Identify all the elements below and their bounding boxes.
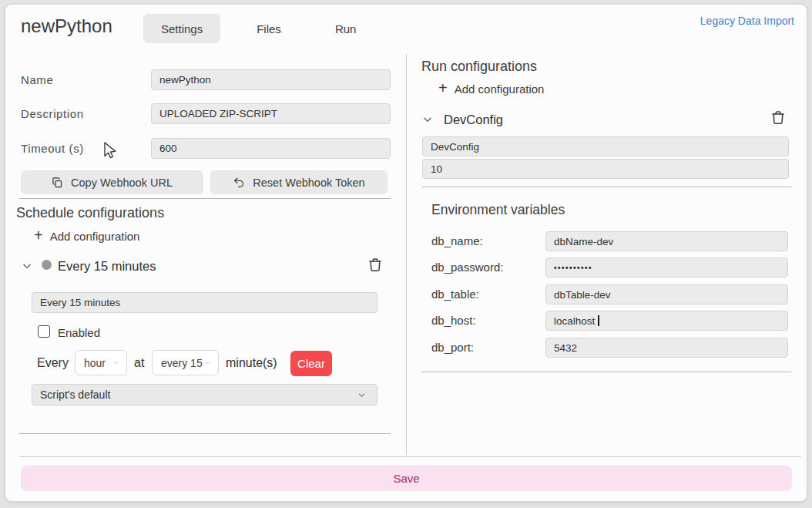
plus-icon: + [438,80,448,96]
reset-webhook-token-label: Reset Webhook Token [253,177,364,189]
tab-files[interactable]: Files [239,14,299,43]
run-config-timeout-input[interactable] [422,159,789,179]
description-label: Description [21,103,84,124]
environment-variables-heading: Environment variables [431,202,565,218]
copy-webhook-url-label: Copy Webhook URL [71,177,173,189]
at-label: at [134,350,144,375]
enabled-checkbox[interactable] [38,325,50,338]
env-value-db-host-input[interactable] [545,311,788,331]
env-value-db-password-input[interactable] [545,257,788,278]
env-value-db-port-input[interactable] [545,338,788,358]
save-button[interactable]: Save [21,466,792,491]
run-config-divider [421,187,791,187]
plus-icon: + [34,227,43,243]
footer-divider [19,456,801,457]
run-configurations-heading: Run configurations [421,59,537,75]
add-run-configuration-label: Add configuration [455,82,545,96]
app-window: { "header": { "title": "newPython", "tab… [0,0,812,508]
copy-webhook-url-button[interactable]: Copy Webhook URL [21,170,203,194]
enabled-label: Enabled [58,326,100,339]
run-config-item-title: DevConfig [444,110,503,129]
schedule-status-dot [42,260,52,270]
chevron-down-icon[interactable] [21,261,33,271]
schedule-name-input[interactable] [32,292,377,313]
schedule-configurations-heading: Schedule configurations [16,205,164,221]
minute-select[interactable]: every 15 [152,350,219,375]
panel-divider [406,54,407,455]
env-bottom-divider [421,372,791,372]
schedule-bottom-divider [19,433,391,434]
schedule-item-title: Every 15 minutes [58,257,156,275]
run-config-select[interactable]: Script's default [32,384,377,405]
text-caret [598,315,599,326]
chevron-down-icon [203,359,212,366]
chevron-down-icon[interactable] [421,114,434,125]
timeout-input[interactable] [151,138,391,159]
chevron-down-icon [112,359,120,366]
add-schedule-configuration-label: Add configuration [50,230,140,243]
trash-icon[interactable] [770,109,786,126]
description-input[interactable] [151,103,391,124]
reset-webhook-token-button[interactable]: Reset Webhook Token [210,170,388,194]
clear-button[interactable]: Clear [290,351,332,376]
add-run-configuration-button[interactable]: + Add configuration [438,82,544,96]
undo-arrow-icon [233,177,245,188]
env-value-db-name-input[interactable] [545,231,788,251]
env-key-db-port: db_port: [431,338,474,358]
env-value-db-table-input[interactable] [545,284,788,304]
left-section-divider [19,198,391,199]
env-key-db-host: db_host: [431,311,476,331]
period-select-value: hour [84,357,106,369]
env-key-db-name: db_name: [431,231,483,251]
tab-settings[interactable]: Settings [143,14,220,43]
page-title: newPython [21,15,112,37]
trash-icon[interactable] [367,256,383,274]
add-schedule-configuration-button[interactable]: + Add configuration [34,229,139,243]
name-label: Name [21,69,53,90]
every-label: Every [37,350,69,375]
run-config-select-value: Script's default [40,389,110,401]
legacy-data-import-link[interactable]: Legacy Data Import [700,15,794,27]
copy-icon [52,177,63,189]
period-select[interactable]: hour [75,350,127,375]
env-key-db-table: db_table: [431,284,479,304]
name-input[interactable] [151,69,391,90]
tab-bar: Settings Files Run [143,14,374,43]
chevron-down-icon [356,391,367,399]
run-config-name-input[interactable] [422,136,789,156]
env-key-db-password: db_password: [431,257,503,278]
timeout-label: Timeout (s) [21,138,84,159]
tab-run[interactable]: Run [317,14,374,43]
minute-select-value: every 15 [161,357,203,369]
minutes-label: minute(s) [226,350,277,375]
